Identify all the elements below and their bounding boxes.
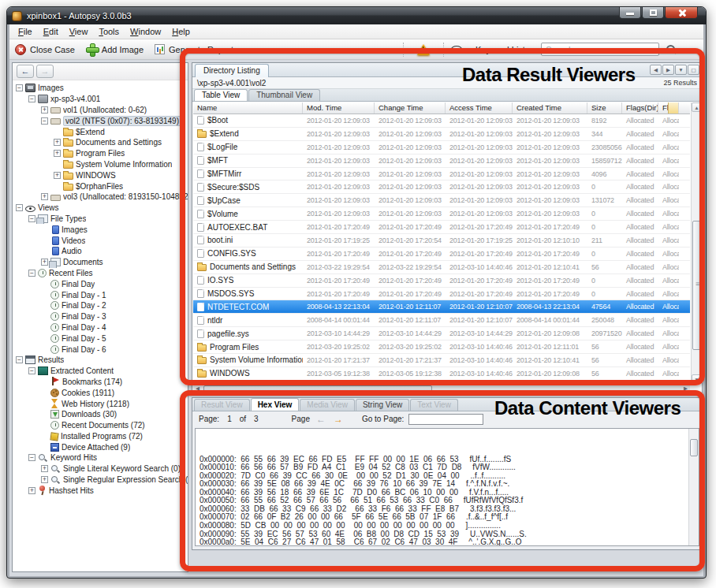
tree-item-recent-documents-72[interactable]: Recent Documents (72) bbox=[14, 420, 188, 431]
tree-item-images[interactable]: Images bbox=[14, 224, 188, 235]
close-button[interactable] bbox=[665, 7, 698, 19]
vertical-scrollbar[interactable]: ▲ ▼ bbox=[691, 102, 702, 384]
tree-item-views[interactable]: −Views bbox=[14, 203, 188, 214]
tree-item-keyword-hits[interactable]: −Keyword Hits bbox=[14, 452, 188, 463]
tree-item-final-day-1[interactable]: Final Day - 1 bbox=[14, 289, 188, 300]
minimize-button[interactable] bbox=[619, 7, 641, 19]
menu-item-view[interactable]: View bbox=[64, 25, 94, 38]
menu-item-edit[interactable]: Edit bbox=[38, 25, 64, 38]
column-header-flags-dir[interactable]: Flags(Dir) bbox=[622, 102, 658, 114]
collapse-toggle-icon[interactable]: − bbox=[16, 204, 23, 211]
column-header-change-time[interactable]: Change Time bbox=[375, 102, 446, 114]
column-chooser-icon[interactable] bbox=[668, 102, 678, 114]
tree-item-xp-sp3-v4-001[interactable]: −xp-sp3-v4.001 bbox=[14, 94, 188, 105]
tree-item-documents[interactable]: +Documents bbox=[14, 257, 188, 268]
tree-item-audio[interactable]: Audio bbox=[14, 246, 188, 257]
expand-toggle-icon[interactable]: + bbox=[41, 259, 48, 266]
hex-scrollbar[interactable] bbox=[688, 429, 699, 545]
tab-table-view[interactable]: Table View bbox=[194, 89, 248, 101]
tree-item-recent-files[interactable]: −Recent Files bbox=[14, 268, 188, 279]
tree-item-vol1-unallocated-0-62[interactable]: +vol1 (Unallocated: 0-62) bbox=[14, 105, 188, 116]
tree-item-final-day-3[interactable]: Final Day - 3 bbox=[14, 311, 188, 322]
tree-item-bookmarks-174[interactable]: Bookmarks (174) bbox=[14, 377, 188, 388]
collapse-toggle-icon[interactable]: − bbox=[41, 117, 48, 125]
collapse-toggle-icon[interactable]: − bbox=[28, 367, 35, 374]
page-forward-button[interactable]: → bbox=[332, 414, 345, 425]
scroll-left-icon[interactable]: ◀ bbox=[193, 385, 202, 392]
tree-item-final-day-2[interactable]: Final Day - 2 bbox=[14, 300, 188, 311]
tree-item-extend[interactable]: $Extend bbox=[14, 126, 188, 137]
table-row[interactable]: NTDETECT.COM2008-04-13 22:13:042012-01-2… bbox=[193, 300, 690, 314]
menu-item-window[interactable]: Window bbox=[125, 25, 166, 38]
expand-toggle-icon[interactable]: + bbox=[54, 172, 61, 179]
back-button[interactable]: ← bbox=[17, 65, 34, 78]
menu-item-help[interactable]: Help bbox=[166, 25, 196, 38]
table-row[interactable]: Program Files2012-03-20 19:25:022012-03-… bbox=[193, 341, 690, 354]
collapse-toggle-icon[interactable]: − bbox=[28, 215, 35, 222]
hex-scroll-thumb[interactable] bbox=[690, 439, 698, 456]
table-row[interactable]: AUTOEXEC.BAT2012-01-20 17:20:492012-01-2… bbox=[193, 221, 690, 234]
tree-item-documents-and-settings[interactable]: +Documents and Settings bbox=[14, 137, 188, 148]
tree-item-hashset-hits[interactable]: +Hashset Hits bbox=[14, 485, 188, 496]
column-header-flags[interactable]: Flags( bbox=[658, 102, 679, 114]
table-row[interactable]: $UpCase2012-01-20 12:09:032012-01-20 12:… bbox=[193, 194, 690, 207]
search-button[interactable] bbox=[659, 44, 683, 55]
float-window-icon[interactable]: ▢ bbox=[688, 65, 699, 75]
collapse-toggle-icon[interactable]: − bbox=[28, 95, 35, 102]
prev-result-icon[interactable]: ◀ bbox=[650, 65, 662, 75]
tree-item-downloads-30[interactable]: Downloads (30) bbox=[14, 409, 188, 420]
tree-item-system-volume-information[interactable]: System Volume Information bbox=[14, 159, 188, 170]
search-dropdown-icon[interactable]: ▼ bbox=[535, 47, 541, 52]
forward-button[interactable]: → bbox=[36, 65, 54, 78]
menu-item-tools[interactable]: Tools bbox=[93, 25, 125, 38]
scroll-thumb[interactable] bbox=[692, 221, 701, 350]
table-row[interactable]: $Extend2012-01-20 12:09:032012-01-20 12:… bbox=[193, 128, 690, 141]
column-header-mod-time[interactable]: Mod. Time bbox=[303, 102, 375, 114]
table-row[interactable]: System Volume Information2012-01-20 17:2… bbox=[193, 354, 690, 367]
collapse-toggle-icon[interactable]: − bbox=[28, 454, 35, 461]
tree-item-single-literal-keyword-search-0[interactable]: +Single Literal Keyword Search (0) bbox=[14, 463, 188, 474]
expand-toggle-icon[interactable]: + bbox=[54, 150, 61, 157]
tree-item-videos[interactable]: Videos bbox=[14, 235, 188, 246]
tree-item-final-day-5[interactable]: Final Day - 5 bbox=[14, 333, 188, 344]
goto-page-input[interactable] bbox=[408, 414, 483, 425]
expand-toggle-icon[interactable]: + bbox=[28, 487, 35, 494]
table-row[interactable]: $MFTMirr2012-01-20 12:09:032012-01-20 12… bbox=[193, 168, 690, 181]
scroll-right-icon[interactable]: ▶ bbox=[681, 385, 690, 392]
generate-report-button[interactable]: Generate Report bbox=[149, 42, 239, 57]
collapse-toggle-icon[interactable]: − bbox=[28, 270, 35, 277]
tree-item-orphanfiles[interactable]: $OrphanFiles bbox=[14, 180, 188, 192]
table-row[interactable]: $LogFile2012-01-20 12:09:032012-01-20 12… bbox=[193, 141, 690, 154]
tree-item-final-day[interactable]: Final Day bbox=[14, 278, 188, 289]
search-input[interactable] bbox=[541, 43, 659, 56]
tree-item-extracted-content[interactable]: −Extracted Content bbox=[14, 366, 188, 377]
next-result-icon[interactable]: ▶ bbox=[662, 65, 674, 75]
menu-item-file[interactable]: File bbox=[13, 25, 38, 38]
title-bar[interactable]: xpinbox1 - Autopsy 3.0.0b3 bbox=[7, 7, 706, 24]
table-row[interactable]: MSDOS.SYS2012-01-20 17:20:492012-01-20 1… bbox=[193, 288, 690, 301]
table-row[interactable]: $MFT2012-01-20 12:09:032012-01-20 12:09:… bbox=[193, 154, 690, 168]
column-header-size[interactable]: Size bbox=[587, 102, 622, 114]
column-header-created-time[interactable]: Created Time bbox=[513, 102, 587, 114]
tree-item-cookies-1911[interactable]: Cookies (1911) bbox=[14, 387, 188, 398]
expand-toggle-icon[interactable]: + bbox=[54, 139, 61, 146]
ingest-warning-button[interactable] bbox=[406, 44, 441, 55]
scroll-down-icon[interactable]: ▼ bbox=[692, 374, 702, 384]
hex-dump[interactable]: 0x000000: 66 55 66 39 EC 66 FD E5 FF FF … bbox=[195, 428, 699, 546]
hscroll-thumb[interactable] bbox=[203, 385, 432, 393]
tree-item-images[interactable]: −Images bbox=[14, 83, 188, 94]
table-row[interactable]: WINDOWS2012-03-05 19:12:382012-03-05 19:… bbox=[193, 367, 690, 381]
close-case-button[interactable]: Close Case bbox=[9, 42, 80, 58]
tree-item-windows[interactable]: +WINDOWS bbox=[14, 169, 188, 180]
tree-item-program-files[interactable]: +Program Files bbox=[14, 148, 188, 159]
column-header-access-time[interactable]: Access Time bbox=[446, 102, 513, 114]
table-row[interactable]: CONFIG.SYS2012-01-20 17:20:492012-01-20 … bbox=[193, 247, 690, 261]
table-row[interactable]: Documents and Settings2012-03-22 19:29:5… bbox=[193, 261, 690, 274]
table-row[interactable]: $Secure:$SDS2012-01-20 12:09:032012-01-2… bbox=[193, 180, 690, 194]
expand-toggle-icon[interactable]: + bbox=[41, 465, 48, 472]
table-row[interactable]: ntldr2008-04-14 00:01:442012-01-20 12:11… bbox=[193, 314, 690, 327]
keyword-lists-button[interactable]: ▼ Keyword Lists bbox=[446, 43, 534, 56]
expand-toggle-icon[interactable]: + bbox=[41, 476, 48, 483]
table-row[interactable]: pagefile.sys2012-03-10 14:44:292012-03-1… bbox=[193, 327, 690, 341]
table-row[interactable]: $Boot2012-01-20 12:09:032012-01-20 12:09… bbox=[193, 114, 690, 128]
